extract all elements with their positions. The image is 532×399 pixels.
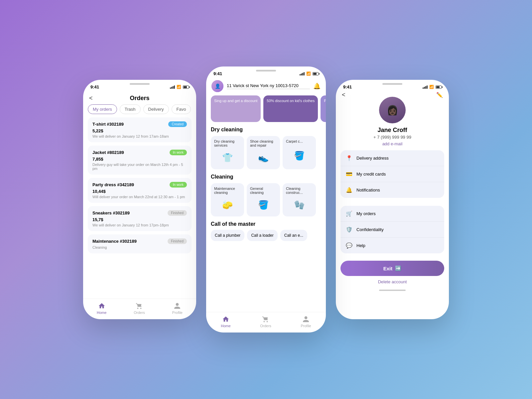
edit-icon[interactable]: ✏️ [436, 92, 443, 98]
wifi-right: 📶 [429, 85, 434, 89]
nav-home-center[interactable]: Home [221, 316, 230, 328]
table-row[interactable]: T-shirt #302189 Created 5,22$ We will de… [88, 117, 192, 142]
cleaning-grid: Maintenance cleaning 🧽 General cleaning … [206, 183, 326, 221]
menu-item-confidentiality[interactable]: 🛡️ Confidentiality [340, 222, 444, 238]
table-row[interactable]: Party dress #342189 In work 10,44$ Will … [88, 178, 192, 203]
status-badge: Created [168, 121, 187, 127]
battery-center [313, 72, 319, 75]
service-general-cleaning[interactable]: General cleaning 🪣 [247, 183, 280, 216]
battery-left [183, 85, 189, 89]
service-image: 🧤 [286, 197, 313, 213]
table-row[interactable]: Sneakers #302189 Finished 15,7$ We will … [88, 206, 192, 231]
nav-label-profile: Profile [172, 311, 183, 315]
phone-profile: 9:41 📶 < ✏️ 👩🏿 Jane Croff + 7 (999) 999 … [336, 80, 449, 319]
call-electrician[interactable]: Call an e... [280, 230, 307, 241]
time-right: 9:41 [343, 84, 352, 89]
nav-orders-center[interactable]: Orders [260, 316, 271, 328]
status-bar-right: 9:41 📶 [336, 80, 449, 91]
signal-center [300, 72, 305, 75]
service-carpet[interactable]: Carpet c... 🪣 [283, 136, 316, 169]
orders-tabs: My orders Trash Delivery Favo [83, 104, 196, 117]
menu-label: Help [356, 243, 365, 248]
credit-cards-icon: 💳 [346, 171, 352, 177]
add-email-link[interactable]: add e-mail [336, 141, 449, 146]
order-name: Party dress #342189 [92, 182, 134, 187]
orders-header: < Orders [83, 91, 196, 104]
status-badge: Finished [168, 238, 187, 244]
menu-item-delivery[interactable]: 📍 Delivery address [340, 150, 444, 166]
service-image: 🧽 [214, 197, 241, 213]
tab-delivery[interactable]: Delivery [143, 104, 169, 114]
order-price: 15,7$ [92, 217, 187, 222]
wifi-center: 📶 [306, 71, 311, 76]
service-image: 🪣 [250, 197, 277, 213]
status-badge: In work [170, 182, 187, 188]
service-construction-cleaning[interactable]: Cleaning construc... 🧤 [283, 183, 316, 216]
nav-label: Home [221, 324, 230, 328]
service-dry-cleaning[interactable]: Dry cleaning services 👕 [211, 136, 244, 169]
nav-label: Profile [301, 324, 311, 328]
promo-strip: Sing up and get a discount 50% discount … [206, 95, 326, 127]
nav-orders-left[interactable]: Orders [134, 302, 145, 315]
time-center: 9:41 [213, 71, 222, 76]
menu-item-help[interactable]: 💬 Help [340, 238, 444, 253]
menu-item-credit-cards[interactable]: 💳 My credit cards [340, 166, 444, 182]
service-image: 👕 [214, 149, 241, 166]
service-image: 🪣 [286, 145, 313, 166]
avatar-image: 👩🏿 [379, 97, 406, 123]
page-title-orders: Orders [83, 95, 196, 102]
promo-card-3[interactable]: Profitable cleaning [321, 95, 326, 122]
tab-favo[interactable]: Favo [172, 104, 191, 114]
notch-center [256, 70, 276, 71]
menu-label: Notifications [356, 188, 380, 193]
nav-home-left[interactable]: Home [97, 302, 106, 315]
promo-text-3: Profitable cleaning [324, 99, 326, 103]
home-content: 👤 11 Varick st New York ny 10013-5720 🔔 … [206, 78, 326, 332]
dry-cleaning-grid: Dry cleaning services 👕 Shoe cleaning an… [206, 136, 326, 174]
phone-home: 9:41 📶 👤 11 Varick st New York ny 10013-… [206, 66, 326, 332]
nav-profile-center[interactable]: Profile [301, 316, 311, 328]
service-maintenance-cleaning[interactable]: Maintenance cleaning 🧽 [211, 183, 244, 216]
tab-my-orders[interactable]: My orders [88, 104, 117, 114]
call-master-section: Call of the master Call a plumber Call a… [206, 221, 326, 241]
exit-icon: ➡️ [395, 265, 401, 271]
service-label: General cleaning [250, 187, 277, 195]
service-label: Shoe cleaning and repair [250, 139, 277, 147]
order-price: 5,22$ [92, 128, 187, 133]
promo-card-1[interactable]: Sing up and get a discount [211, 95, 261, 122]
nav-label-orders: Orders [134, 311, 145, 315]
service-label: Carpet c... [286, 139, 313, 143]
notch-left [130, 83, 150, 85]
order-name: Sneakers #302189 [92, 210, 130, 215]
call-cards: Call a plumber Call a loader Call an e..… [211, 230, 321, 241]
dry-cleaning-title: Dry cleaning [206, 127, 326, 136]
delete-account-link[interactable]: Delete account [336, 279, 449, 287]
service-shoe-cleaning[interactable]: Shoe cleaning and repair 👟 [247, 136, 280, 169]
battery-right [436, 85, 442, 89]
call-plumber[interactable]: Call a plumber [211, 230, 244, 241]
table-row[interactable]: Maintenance #302189 Finished Cleaning [88, 234, 192, 253]
home-indicator [379, 290, 406, 291]
order-delivery: We will deliver on January 12 from 17pm-… [92, 223, 187, 227]
time-left: 9:41 [90, 84, 99, 89]
status-badge: In work [170, 150, 187, 155]
status-icons-left: 📶 [170, 85, 189, 89]
address-text[interactable]: 11 Varick st New York ny 10013-5720 [227, 83, 310, 89]
menu-item-my-orders[interactable]: 🛒 My orders [340, 206, 444, 222]
bottom-nav-center: Home Orders Profile [206, 312, 326, 332]
nav-profile-left[interactable]: Profile [172, 302, 183, 315]
promo-card-2[interactable]: 50% discount on kid's clothes [263, 95, 318, 122]
address-bar: 👤 11 Varick st New York ny 10013-5720 🔔 [206, 78, 326, 95]
service-label: Maintenance cleaning [214, 187, 241, 195]
back-button-left[interactable]: < [89, 94, 93, 101]
profile-avatar: 👩🏿 [379, 97, 406, 123]
order-name: Jacket #802189 [92, 150, 124, 155]
order-delivery: We will deliver on January 12 from 17am-… [92, 134, 187, 138]
call-loader[interactable]: Call a loader [247, 230, 277, 241]
exit-button[interactable]: Exit ➡️ [340, 261, 444, 276]
back-button-right[interactable]: < [342, 91, 345, 98]
tab-trash[interactable]: Trash [120, 104, 141, 114]
menu-item-notifications[interactable]: 🔔 Notifications [340, 182, 444, 198]
notification-bell-icon[interactable]: 🔔 [313, 82, 321, 90]
table-row[interactable]: Jacket #802189 In work 7,85$ Delivery gu… [88, 146, 192, 175]
